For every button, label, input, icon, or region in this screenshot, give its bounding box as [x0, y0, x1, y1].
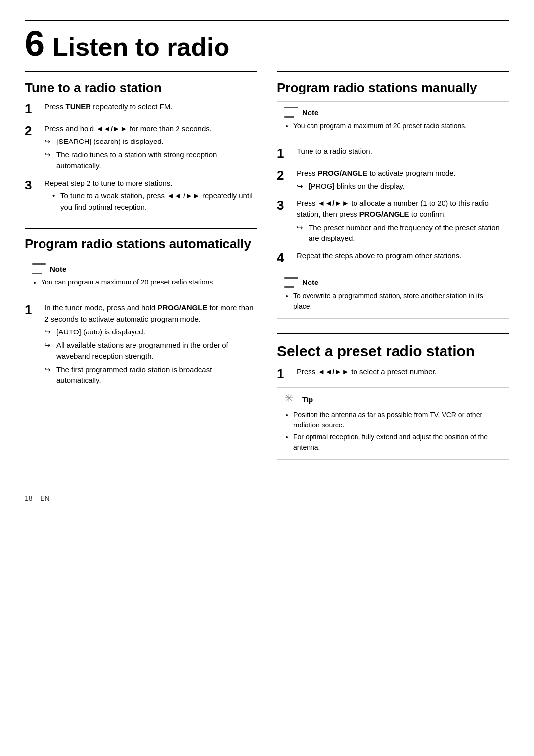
- page-number: 18: [25, 494, 33, 502]
- arrow-icon-2: ↪: [44, 149, 54, 161]
- select-step-content-1: Press ◄◄/►► to select a preset number.: [297, 366, 509, 378]
- auto-arrow-icon-3: ↪: [44, 364, 54, 376]
- step-content-1: Press TUNER repeatedly to select FM.: [44, 101, 257, 113]
- manual-note-box: Note You can program a maximum of 20 pre…: [277, 101, 509, 138]
- auto-arrow1: ↪ [AUTO] (auto) is displayed.: [44, 327, 257, 338]
- manual-step-content-1: Tune to a radio station.: [297, 146, 509, 157]
- manual-note-item-1: You can program a maximum of 20 preset r…: [293, 121, 502, 131]
- manual-step-1: 1 Tune to a radio station.: [277, 146, 509, 161]
- tip-content: Position the antenna as far as possible …: [284, 410, 502, 453]
- auto-program-section: Program radio stations automatically Not…: [25, 228, 257, 386]
- step2-arrow2: ↪ The radio tunes to a station with stro…: [44, 149, 257, 172]
- manual-step-content-2: Press PROG/ANGLE to activate program mod…: [297, 168, 509, 192]
- auto-arrow3-text: The first programmed radio station is br…: [56, 364, 257, 386]
- prog-angle-bold-1: PROG/ANGLE: [157, 303, 207, 312]
- note-icon: [32, 263, 46, 274]
- select-step-1: 1 Press ◄◄/►► to select a preset number.: [277, 366, 509, 381]
- manual-note2-line-1: [284, 277, 298, 279]
- manual-step-4: 4 Repeat the steps above to program othe…: [277, 250, 509, 266]
- step2-arrow1: ↪ [SEARCH] (search) is displayed.: [44, 136, 257, 147]
- manual-step-number-3: 3: [277, 198, 293, 213]
- manual-note-icon: [284, 107, 298, 118]
- manual-step-2: 2 Press PROG/ANGLE to activate program m…: [277, 168, 509, 192]
- manual-step-number-4: 4: [277, 250, 293, 266]
- select-preset-section: Select a preset radio station 1 Press ◄◄…: [277, 333, 509, 460]
- manual-step3-arrow1-text: The preset number and the frequency of t…: [309, 222, 509, 244]
- manual-note-header: Note: [284, 107, 502, 118]
- bullet-icon: •: [52, 190, 60, 202]
- auto-section-divider: [25, 228, 257, 229]
- manual-note2-box: Note To overwrite a programmed station, …: [277, 272, 509, 319]
- step2-arrow2-text: The radio tunes to a station with strong…: [56, 149, 257, 172]
- auto-arrow2-text: All available stations are programmed in…: [56, 340, 257, 362]
- tip-label: Tip: [302, 395, 313, 404]
- tip-item-2: For optimal reception, fully extend and …: [293, 432, 502, 453]
- manual-arrow-icon-1: ↪: [297, 181, 307, 192]
- auto-note-box: Note You can program a maximum of 20 pre…: [25, 258, 257, 294]
- note-line-1: [32, 263, 46, 265]
- manual-note2-label: Note: [302, 278, 318, 286]
- page-footer: 18 EN: [25, 494, 509, 502]
- chapter-number: 6: [25, 26, 44, 61]
- auto-step-1: 1 In the tuner mode, press and hold PROG…: [25, 302, 257, 386]
- manual-note2-header: Note: [284, 277, 502, 288]
- auto-arrow3: ↪ The first programmed radio station is …: [44, 364, 257, 386]
- prog-angle-bold-2: PROG/ANGLE: [318, 169, 368, 177]
- auto-note-item-1: You can program a maximum of 20 preset r…: [41, 277, 250, 287]
- step-content-3: Repeat step 2 to tune to more stations. …: [44, 178, 257, 213]
- tip-list: Position the antenna as far as possible …: [284, 410, 502, 453]
- language-code: EN: [40, 494, 49, 502]
- manual-note2-list: To overwrite a programmed station, store…: [284, 291, 502, 312]
- manual-step-3: 3 Press ◄◄/►► to allocate a number (1 to…: [277, 198, 509, 244]
- tip-item-1: Position the antenna as far as possible …: [293, 410, 502, 430]
- auto-arrow2: ↪ All available stations are programmed …: [44, 340, 257, 362]
- manual-note2-item-1: To overwrite a programmed station, store…: [293, 291, 502, 312]
- select-step-number-1: 1: [277, 366, 293, 381]
- manual-note-list: You can program a maximum of 20 preset r…: [284, 121, 502, 131]
- manual-program-heading: Program radio stations manually: [277, 80, 509, 95]
- auto-arrow1-text: [AUTO] (auto) is displayed.: [56, 327, 145, 338]
- tune-heading: Tune to a radio station: [25, 80, 257, 95]
- section-divider: [25, 71, 257, 72]
- step-number-3: 3: [25, 178, 41, 193]
- step3-bullet1-text: To tune to a weak station, press ◄◄ /►► …: [60, 190, 257, 213]
- step-content-2: Press and hold ◄◄/►► for more than 2 sec…: [44, 123, 257, 172]
- prog-angle-bold-3: PROG/ANGLE: [359, 210, 409, 218]
- skip-bold-select: ◄◄/►►: [318, 367, 350, 376]
- chapter-header: 6 Listen to radio: [25, 20, 509, 61]
- manual-note2-line-2: [284, 286, 294, 288]
- manual-note-label: Note: [302, 108, 318, 117]
- manual-section-divider: [277, 71, 509, 72]
- step3-bullet1: • To tune to a weak station, press ◄◄ /►…: [52, 190, 257, 213]
- select-section-divider: [277, 333, 509, 334]
- manual-step-number-2: 2: [277, 168, 293, 183]
- step-number-1: 1: [25, 101, 41, 117]
- tune-step-3: 3 Repeat step 2 to tune to more stations…: [25, 178, 257, 213]
- tip-header: ✳ Tip: [284, 393, 502, 407]
- manual-step-content-3: Press ◄◄/►► to allocate a number (1 to 2…: [297, 198, 509, 244]
- manual-steps: 1 Tune to a radio station. 2 Press PROG/…: [277, 146, 509, 265]
- manual-step-number-1: 1: [277, 146, 293, 161]
- auto-step-number-1: 1: [25, 302, 41, 318]
- select-preset-heading: Select a preset radio station: [277, 342, 509, 360]
- manual-step3-arrow1: ↪ The preset number and the frequency of…: [297, 222, 509, 244]
- tune-section: Tune to a radio station 1 Press TUNER re…: [25, 71, 257, 213]
- auto-program-heading: Program radio stations automatically: [25, 236, 257, 252]
- manual-note2-content: To overwrite a programmed station, store…: [284, 291, 502, 312]
- tip-icon: ✳: [284, 393, 298, 407]
- manual-note-content: You can program a maximum of 20 preset r…: [284, 121, 502, 131]
- manual-program-section: Program radio stations manually Note You…: [277, 71, 509, 319]
- manual-note-line-2: [284, 116, 294, 118]
- manual-step2-arrow1: ↪ [PROG] blinks on the display.: [297, 181, 509, 192]
- skip-bold: ◄◄/►►: [318, 199, 350, 207]
- step2-arrow1-text: [SEARCH] (search) is displayed.: [56, 136, 164, 147]
- tune-step-1: 1 Press TUNER repeatedly to select FM.: [25, 101, 257, 117]
- auto-steps: 1 In the tuner mode, press and hold PROG…: [25, 302, 257, 386]
- manual-note-line-1: [284, 107, 298, 108]
- auto-note-label: Note: [50, 265, 66, 273]
- tip-box: ✳ Tip Position the antenna as far as pos…: [277, 387, 509, 460]
- auto-step-content-1: In the tuner mode, press and hold PROG/A…: [44, 302, 257, 386]
- tip-star-icon: ✳: [284, 392, 293, 404]
- manual-arrow-icon-2: ↪: [297, 222, 307, 234]
- auto-note-header: Note: [32, 263, 250, 274]
